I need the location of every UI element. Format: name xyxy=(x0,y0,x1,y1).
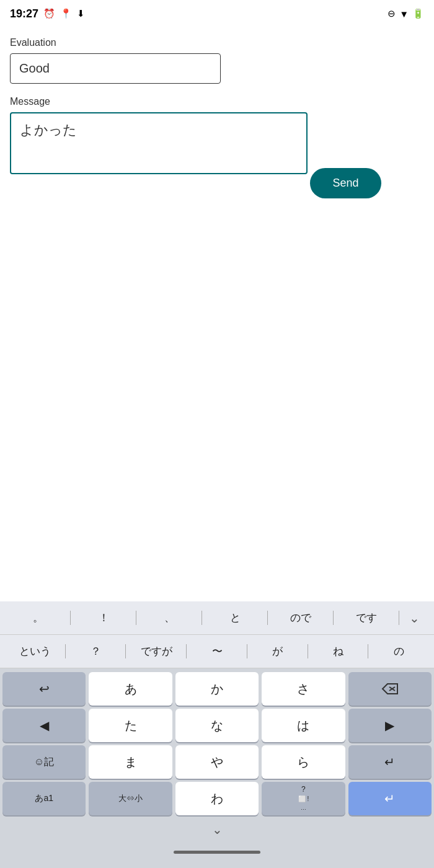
key-ka[interactable]: か xyxy=(175,672,259,706)
evaluation-label: Evaluation xyxy=(10,37,424,48)
key-right[interactable]: ▶ xyxy=(348,709,432,742)
message-textarea[interactable]: よかった xyxy=(10,112,308,174)
suggestion-no[interactable]: の xyxy=(368,639,429,663)
suggestion-ne[interactable]: ね xyxy=(308,639,369,663)
suggestion-node[interactable]: ので xyxy=(268,606,334,630)
dnd-icon: ⊖ xyxy=(388,8,396,19)
key-row-4: あa1 大⇔小 わ ?⬜ !… ↵ xyxy=(2,782,432,815)
key-mode-switch[interactable]: あa1 xyxy=(2,782,86,815)
key-na[interactable]: な xyxy=(175,709,259,742)
download-icon: ⬇ xyxy=(77,8,85,19)
keyboard-hide-arrow[interactable]: ⌄ xyxy=(0,821,434,838)
suggestion-bar-1: 。 ！ 、 と ので です ⌄ xyxy=(0,601,434,635)
key-ha[interactable]: は xyxy=(262,709,345,742)
wifi-icon: ▼ xyxy=(399,9,409,19)
status-left: 19:27 ⏰ 📍 ⬇ xyxy=(10,7,85,20)
suggestion-bar-2: という ？ ですが 〜 が ね の xyxy=(0,635,434,668)
key-row-1: ↩ あ か さ xyxy=(2,672,432,706)
suggestion-maru[interactable]: 。 xyxy=(5,606,71,630)
key-row-2: ◀ た な は ▶ xyxy=(2,709,432,742)
suggestion-comma[interactable]: 、 xyxy=(136,606,202,630)
key-enter[interactable]: ↵ xyxy=(348,745,432,779)
key-a[interactable]: あ xyxy=(89,672,172,706)
key-ma[interactable]: ま xyxy=(89,745,172,779)
key-row-3: ☺記 ま や ら ↵ xyxy=(2,745,432,779)
battery-icon: 🔋 xyxy=(412,8,424,19)
suggestion-chevron[interactable]: ⌄ xyxy=(399,611,429,626)
key-sa[interactable]: さ xyxy=(262,672,345,706)
key-emoji[interactable]: ☺記 xyxy=(2,745,86,779)
key-dakuten[interactable]: 大⇔小 xyxy=(89,782,172,815)
form-container: Evaluation Message よかった Send xyxy=(0,27,434,208)
suggestion-to[interactable]: と xyxy=(202,606,268,630)
home-indicator xyxy=(174,851,260,854)
alarm-icon: ⏰ xyxy=(43,8,55,19)
evaluation-input[interactable] xyxy=(10,53,221,84)
suggestion-desuga[interactable]: ですが xyxy=(126,639,187,663)
key-wa[interactable]: わ xyxy=(175,782,259,815)
key-left[interactable]: ◀ xyxy=(2,709,86,742)
key-rows: ↩ あ か さ ◀ た な は ▶ ☺記 ま や ら xyxy=(0,668,434,821)
message-label: Message xyxy=(10,96,424,107)
key-undo[interactable]: ↩ xyxy=(2,672,86,706)
keyboard-area: 。 ！ 、 と ので です ⌄ という ？ ですが 〜 が ね の ↩ あ か … xyxy=(0,601,434,868)
suggestion-ga[interactable]: が xyxy=(247,639,308,663)
key-punctuation[interactable]: ?⬜ !… xyxy=(262,782,345,815)
suggestion-toiu[interactable]: という xyxy=(5,639,66,663)
suggestion-question[interactable]: ？ xyxy=(66,639,126,663)
location-icon: 📍 xyxy=(60,8,72,19)
key-ta[interactable]: た xyxy=(89,709,172,742)
time-display: 19:27 xyxy=(10,7,38,20)
suggestion-tilde[interactable]: 〜 xyxy=(187,639,247,663)
status-bar: 19:27 ⏰ 📍 ⬇ ⊖ ▼ 🔋 xyxy=(0,0,434,27)
key-return[interactable]: ↵ xyxy=(348,782,432,815)
home-indicator-bar xyxy=(0,838,434,868)
suggestion-exclaim[interactable]: ！ xyxy=(71,606,136,630)
key-ya[interactable]: や xyxy=(175,745,259,779)
key-ra[interactable]: ら xyxy=(262,745,345,779)
status-right: ⊖ ▼ 🔋 xyxy=(388,8,424,19)
suggestion-desu[interactable]: です xyxy=(334,606,399,630)
send-button[interactable]: Send xyxy=(310,168,381,198)
key-backspace[interactable] xyxy=(348,672,432,706)
